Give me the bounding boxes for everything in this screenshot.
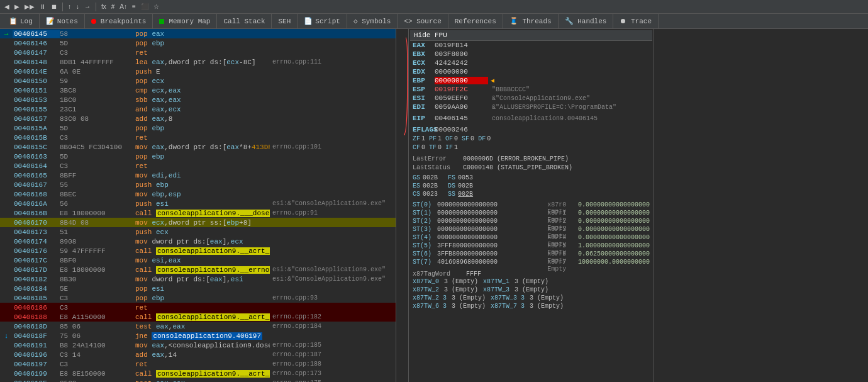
tab-breakpoints[interactable]: Breakpoints bbox=[85, 14, 153, 28]
annotation-panel bbox=[396, 29, 409, 382]
breakpoint-dot bbox=[91, 19, 96, 24]
table-row[interactable]: 00406188 E8 A1150000 call consoleapplica… bbox=[0, 312, 396, 322]
st7-row: ST(7) 4016989680000000 x87r7 Empty 10000… bbox=[410, 259, 652, 267]
toolbar-right[interactable]: → bbox=[82, 3, 92, 11]
table-row[interactable]: 0040619E 85C0 test eax,eax errno.cpp:175 bbox=[0, 378, 396, 382]
st6-row: ST(6) 3FFB800000000000 x87r6 Empty 0.062… bbox=[410, 250, 652, 259]
table-row[interactable]: 0040614E 6A 0E push E bbox=[0, 67, 396, 76]
tab-trace[interactable]: ⏺ Trace bbox=[613, 14, 659, 28]
table-row[interactable]: 0040618D 85 06 test eax,eax errno.cpp:18… bbox=[0, 322, 396, 331]
tab-threads[interactable]: 🧵 Threads bbox=[503, 14, 559, 28]
table-row[interactable]: 0040615A 5D pop ebp bbox=[0, 123, 396, 133]
reg-row-esp: ESP 0019FF2C "BBBBCCCC" bbox=[410, 85, 652, 94]
table-row[interactable]: 00406163 5D pop ebp bbox=[0, 152, 396, 161]
tab-memory-map[interactable]: Memory Map bbox=[153, 14, 217, 28]
toolbar-forward[interactable]: ▶ bbox=[13, 3, 21, 11]
seg-row-2: ES002B DS002B bbox=[410, 183, 652, 191]
table-row[interactable]: 0040615B C3 ret bbox=[0, 133, 396, 142]
table-row[interactable]: 0040617D E8 18000000 call consoleapplica… bbox=[0, 265, 396, 274]
table-row[interactable]: 00406176 59 47FFFFFF call consoleapplica… bbox=[0, 246, 396, 256]
table-row[interactable]: ↓ 0040618F 75 06 jne consoleapplication9… bbox=[0, 331, 396, 340]
table-row[interactable]: 0040616A 56 push esi esi:&"ConsoleApplic… bbox=[0, 199, 396, 208]
tab-notes[interactable]: 📝 Notes bbox=[40, 14, 85, 28]
x87tw-row4: x87TW_6 3 3 (Empty) x87TW_7 3 3 (Empty) bbox=[410, 303, 652, 311]
toolbar-back[interactable]: ◀ bbox=[3, 3, 11, 11]
table-row[interactable]: 00406157 83C0 08 add eax,8 bbox=[0, 114, 396, 123]
table-row[interactable]: 00406148 8DB1 44FFFFFF lea eax,dword ptr… bbox=[0, 57, 396, 67]
table-row[interactable]: 00406184 5E pop esi bbox=[0, 284, 396, 293]
tab-call-stack[interactable]: Call Stack bbox=[217, 14, 272, 28]
table-row[interactable]: 0040616B E8 18000000 call consoleapplica… bbox=[0, 208, 396, 218]
table-row[interactable]: 00406182 8B30 mov dword ptr ds:[eax],esi… bbox=[0, 274, 396, 284]
x87tw-row1: x87TW_0 3 (Empty) x87TW_1 3 (Empty) bbox=[410, 278, 652, 286]
table-row[interactable]: 00406185 C3 pop ebp errno.cpp:93 bbox=[0, 293, 396, 303]
table-row[interactable]: 00406170 8B4D 08 mov ecx,dword ptr ss:[e… bbox=[0, 218, 396, 227]
st2-row: ST(2) 0000000000000000 x87r2 Empty 0.000… bbox=[410, 218, 652, 226]
toolbar-hash[interactable]: # bbox=[109, 3, 117, 11]
toolbar: ◀ ▶ ▶▶ ⏸ ⏹ ↑ ↓ → fx # A↑ ≡ ⬛ ☆ bbox=[0, 0, 868, 14]
disasm-panel: → 00406145 58 pop eax 00406146 5D pop eb… bbox=[0, 29, 396, 382]
table-row[interactable]: 0040617C 8BF0 mov esi,eax bbox=[0, 256, 396, 265]
tab-script[interactable]: 📄 Script bbox=[298, 14, 347, 28]
last-error-row: LastError 0000006D (ERROR_BROKEN_PIPE) bbox=[410, 154, 652, 163]
table-row[interactable]: 00406174 8908 mov dword ptr ds:[eax],ecx bbox=[0, 237, 396, 246]
log-icon: 📋 bbox=[9, 17, 18, 25]
table-row[interactable]: 00406147 C3 ret bbox=[0, 48, 396, 57]
reg-row-eflags: EFLAGS 00000246 bbox=[410, 125, 652, 134]
table-row[interactable]: 00406150 59 pop ecx bbox=[0, 76, 396, 86]
tab-handles[interactable]: 🔧 Handles bbox=[559, 14, 614, 28]
toolbar-step-over[interactable]: ▶▶ bbox=[23, 3, 36, 11]
script-icon: 📄 bbox=[304, 17, 313, 25]
disasm-table[interactable]: → 00406145 58 pop eax 00406146 5D pop eb… bbox=[0, 29, 396, 382]
table-row[interactable]: 00406165 8BFF mov edi,edi bbox=[0, 171, 396, 180]
toolbar-up[interactable]: ↑ bbox=[66, 3, 73, 11]
table-row[interactable]: 0040615C 8B04C5 FC3D4100 mov eax,dword p… bbox=[0, 142, 396, 152]
table-row[interactable]: → 00406145 58 pop eax bbox=[0, 29, 396, 38]
main-area: → 00406145 58 pop eax 00406146 5D pop eb… bbox=[0, 29, 868, 382]
toolbar-star[interactable]: ☆ bbox=[152, 3, 161, 11]
flags-row-1: ZF1 PF1 OF0 SF0 DF0 bbox=[410, 134, 652, 143]
table-row[interactable]: 00406164 C3 ret bbox=[0, 161, 396, 171]
toolbar-down[interactable]: ↓ bbox=[74, 3, 81, 11]
tab-symbols[interactable]: ◇ Symbols bbox=[347, 14, 398, 28]
flags-row-2: CF0 TF0 IF1 bbox=[410, 143, 652, 152]
memory-dot bbox=[159, 19, 164, 24]
reg-row-ebx: EBX 003F8000 bbox=[410, 50, 652, 59]
register-panel: Hide FPU EAX 0019FB14 EBX 003F8000 ECX 4… bbox=[409, 29, 654, 382]
hide-fpu-button[interactable]: Hide FPU bbox=[410, 30, 652, 41]
toolbar-font[interactable]: A↑ bbox=[118, 3, 129, 11]
disasm-address: 00406145 bbox=[13, 30, 60, 38]
table-row[interactable]: 00406186 C3 ret bbox=[0, 303, 396, 312]
table-row[interactable]: 00406196 C3 14 add eax,14 errno.cpp:187 bbox=[0, 350, 396, 359]
table-row[interactable]: 00406168 8BEC mov ebp,esp bbox=[0, 189, 396, 199]
toolbar-expression[interactable]: fx bbox=[99, 3, 108, 11]
toolbar-color[interactable]: ⬛ bbox=[139, 3, 150, 11]
reg-row-edx: EDX 00000000 bbox=[410, 67, 652, 76]
tab-source[interactable]: <> Source bbox=[398, 14, 448, 28]
st1-row: ST(1) 0000000000000000 x87r1 Empty 0.000… bbox=[410, 210, 652, 218]
toolbar-sep2 bbox=[96, 3, 96, 11]
x87tagword-row: x87TagWord FFFF bbox=[410, 269, 652, 278]
st5-row: ST(5) 3FFF800000000000 x87r5 Empty 1.000… bbox=[410, 242, 652, 250]
st3-row: ST(3) 0000000000000000 x87r3 Empty 0.000… bbox=[410, 226, 652, 234]
table-row[interactable]: 00406197 C3 ret errno.cpp:188 bbox=[0, 359, 396, 369]
eip-arrow: → bbox=[0, 30, 13, 38]
tabbar: 📋 Log 📝 Notes Breakpoints Memory Map Cal… bbox=[0, 14, 868, 29]
tab-references[interactable]: References bbox=[448, 14, 503, 28]
table-row[interactable]: 00406151 3BC8 cmp ecx,eax bbox=[0, 86, 396, 95]
table-row[interactable]: 00406146 5D pop ebp bbox=[0, 38, 396, 48]
tab-log[interactable]: 📋 Log bbox=[3, 14, 40, 28]
tab-seh[interactable]: SEH bbox=[272, 14, 298, 28]
reg-row-eax: EAX 0019FB14 bbox=[410, 41, 652, 50]
table-row[interactable]: 00406191 B8 24A14100 mov eax,<consoleapp… bbox=[0, 340, 396, 350]
table-row[interactable]: 00406173 51 push ecx bbox=[0, 227, 396, 237]
table-row[interactable]: 00406167 55 push ebp bbox=[0, 180, 396, 189]
table-row[interactable]: 00406155 23C1 and eax,ecx bbox=[0, 104, 396, 114]
reg-row-eip: EIP 00406145 consoleapplication9.0040614… bbox=[410, 114, 652, 123]
toolbar-stop[interactable]: ⏹ bbox=[49, 3, 59, 11]
toolbar-pause[interactable]: ⏸ bbox=[38, 3, 48, 11]
table-row[interactable]: 00406199 E8 8E150000 call consoleapplica… bbox=[0, 369, 396, 378]
toolbar-layout[interactable]: ≡ bbox=[130, 3, 138, 11]
table-row[interactable]: 00406153 1BC0 sbb eax,eax bbox=[0, 95, 396, 104]
reg-row-esi: ESI 0059EEF0 &"ConsoleApplication9.exe" bbox=[410, 94, 652, 103]
